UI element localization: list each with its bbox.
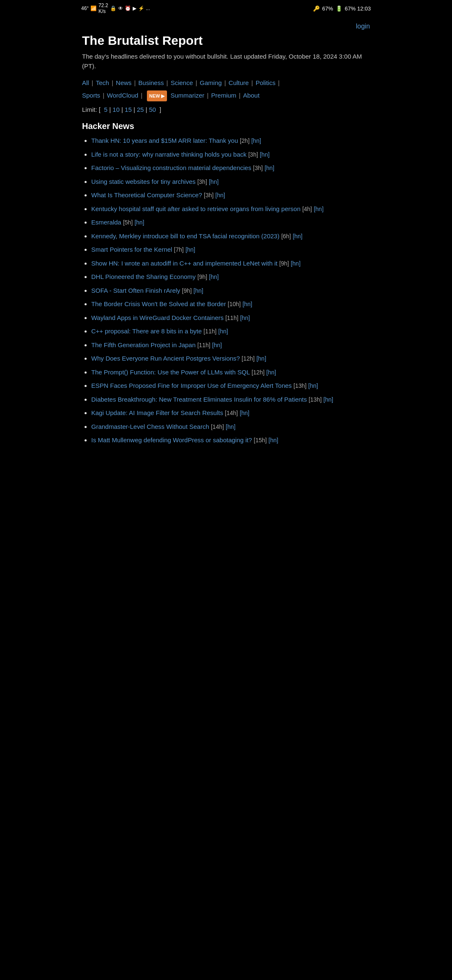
news-link[interactable]: Grandmaster-Level Chess Without Search <box>91 423 209 430</box>
news-link[interactable]: DHL Pioneered the Sharing Economy <box>91 273 196 280</box>
news-link[interactable]: Kagi Update: AI Image Filter for Search … <box>91 409 223 416</box>
list-item: Grandmaster-Level Chess Without Search [… <box>91 422 370 432</box>
nav-politics[interactable]: Politics <box>256 79 276 86</box>
time-tag: [11h] <box>225 315 238 321</box>
hn-tag[interactable]: [hn] <box>257 355 266 362</box>
news-link[interactable]: Kentucky hospital staff quit after asked… <box>91 205 300 212</box>
bluetooth-icon: ▶ <box>133 5 136 11</box>
hn-tag[interactable]: [hn] <box>209 178 218 185</box>
limit-25[interactable]: 25 <box>137 106 144 113</box>
news-link[interactable]: Thank HN: 10 years and $15M ARR later: T… <box>91 137 238 144</box>
limit-10[interactable]: 10 <box>113 106 120 113</box>
hn-tag[interactable]: [hn] <box>242 301 252 307</box>
news-link[interactable]: Esmeralda <box>91 219 121 226</box>
list-item: Is Matt Mullenweg defending WordPress or… <box>91 436 370 445</box>
site-title: The Brutalist Report <box>82 34 370 48</box>
news-link[interactable]: Wayland Apps in WireGuard Docker Contain… <box>91 314 223 321</box>
more-icon: ... <box>146 5 150 11</box>
time-tag: [3h] <box>197 178 207 185</box>
nav-about[interactable]: About <box>243 92 259 99</box>
hn-tag[interactable]: [hn] <box>266 369 276 376</box>
hacker-news-section: Hacker News Thank HN: 10 years and $15M … <box>82 121 370 445</box>
news-link[interactable]: ESPN Faces Proposed Fine for Improper Us… <box>91 382 292 389</box>
limit-50[interactable]: 50 <box>149 106 156 113</box>
news-link[interactable]: Smart Pointers for the Kernel <box>91 246 172 253</box>
nav-news[interactable]: News <box>116 79 132 86</box>
limit-5[interactable]: 5 <box>104 106 108 113</box>
list-item: The Prompt() Function: Use the Power of … <box>91 368 370 377</box>
time: 67% 12:03 <box>345 5 371 12</box>
login-link[interactable]: login <box>356 23 370 30</box>
news-link[interactable]: The Fifth Generation Project in Japan <box>91 341 195 348</box>
speed: 72.2K/s <box>98 3 108 14</box>
time-tag: [14h] <box>211 423 224 430</box>
hn-tag[interactable]: [hn] <box>134 219 144 226</box>
key-icon: 🔑 <box>313 5 320 12</box>
news-link[interactable]: Using static websites for tiny archives <box>91 178 195 185</box>
hn-tag[interactable]: [hn] <box>260 151 270 158</box>
news-link[interactable]: Factorio – Visualizing construction mate… <box>91 164 251 171</box>
news-link[interactable]: Kennedy, Merkley introduce bill to end T… <box>91 232 280 240</box>
time-tag: [11h] <box>203 328 216 335</box>
news-link[interactable]: Life is not a story: why narrative think… <box>91 151 247 158</box>
news-link[interactable]: SOFA - Start Often Finish rArely <box>91 287 180 294</box>
nav-wordcloud[interactable]: WordCloud <box>107 92 139 99</box>
hn-tag[interactable]: [hn] <box>216 192 225 199</box>
alarm-icon: ⏰ <box>125 5 131 11</box>
hn-tag[interactable]: [hn] <box>218 328 228 335</box>
hn-tag[interactable]: [hn] <box>226 423 235 430</box>
hn-tag[interactable]: [hn] <box>240 410 249 416</box>
status-right: 🔑 67% 🔋 67% 12:03 <box>313 5 371 12</box>
time-tag: [7h] <box>174 246 184 253</box>
status-bar: 46° 📶 72.2K/s 🔒 👁 ⏰ ▶ ⚡ ... 🔑 67% 🔋 67% … <box>75 0 377 16</box>
nav-gaming[interactable]: Gaming <box>200 79 222 86</box>
list-item: C++ proposal: There are 8 bits in a byte… <box>91 327 370 336</box>
time-tag: [13h] <box>293 382 306 389</box>
nav-premium[interactable]: Premium <box>211 92 236 99</box>
nav-all[interactable]: All <box>82 79 89 86</box>
news-link[interactable]: Diabetes Breakthrough: New Treatment Eli… <box>91 396 307 403</box>
news-link[interactable]: The Border Crisis Won't Be Solved at the… <box>91 300 226 307</box>
hn-tag[interactable]: [hn] <box>324 396 333 403</box>
limit-line: Limit: [ 5 | 10 | 15 | 25 | 50 ] <box>82 106 370 113</box>
time-tag: [3h] <box>248 151 258 158</box>
new-badge: NEW ▶ <box>147 90 167 101</box>
nav-sports[interactable]: Sports <box>82 92 100 99</box>
news-link[interactable]: Why Does Everyone Run Ancient Postgres V… <box>91 355 240 362</box>
nav-summarizer[interactable]: Summarizer <box>171 92 205 99</box>
hn-tag[interactable]: [hn] <box>185 246 195 253</box>
time-tag: [10h] <box>228 301 241 307</box>
nav-science[interactable]: Science <box>171 79 193 86</box>
time-tag: [9h] <box>182 287 192 294</box>
hn-tag[interactable]: [hn] <box>212 342 222 348</box>
hn-tag[interactable]: [hn] <box>240 315 250 321</box>
news-link[interactable]: Is Matt Mullenweg defending WordPress or… <box>91 436 252 444</box>
main-content: login The Brutalist Report The day's hea… <box>75 16 377 458</box>
nav-culture[interactable]: Culture <box>229 79 249 86</box>
hn-tag[interactable]: [hn] <box>193 287 203 294</box>
hn-tag[interactable]: [hn] <box>265 165 274 171</box>
hn-tag[interactable]: [hn] <box>308 382 318 389</box>
hn-tag[interactable]: [hn] <box>209 273 218 280</box>
battery-percent: 67% <box>322 5 333 12</box>
news-link[interactable]: What Is Theoretical Computer Science? <box>91 191 202 199</box>
hn-tag[interactable]: [hn] <box>269 437 278 444</box>
hn-tag[interactable]: [hn] <box>251 137 261 144</box>
list-item: ESPN Faces Proposed Fine for Improper Us… <box>91 381 370 391</box>
news-link[interactable]: Show HN: I wrote an autodiff in C++ and … <box>91 260 277 267</box>
limit-15[interactable]: 15 <box>125 106 132 113</box>
nav-tech[interactable]: Tech <box>96 79 109 86</box>
hn-tag[interactable]: [hn] <box>291 260 300 267</box>
time-tag: [13h] <box>308 396 321 403</box>
tagline: The day's headlines delivered to you wit… <box>82 52 370 71</box>
nav-business[interactable]: Business <box>139 79 164 86</box>
nav-links: All | Tech | News | Business | Science |… <box>82 77 370 102</box>
list-item: Kentucky hospital staff quit after asked… <box>91 204 370 214</box>
news-link[interactable]: C++ proposal: There are 8 bits in a byte <box>91 328 202 335</box>
hn-tag[interactable]: [hn] <box>314 206 324 212</box>
login-bar: login <box>82 20 370 34</box>
news-link[interactable]: The Prompt() Function: Use the Power of … <box>91 369 250 376</box>
flash-icon: ⚡ <box>138 5 144 11</box>
list-item: Kagi Update: AI Image Filter for Search … <box>91 408 370 418</box>
hn-tag[interactable]: [hn] <box>293 233 302 240</box>
